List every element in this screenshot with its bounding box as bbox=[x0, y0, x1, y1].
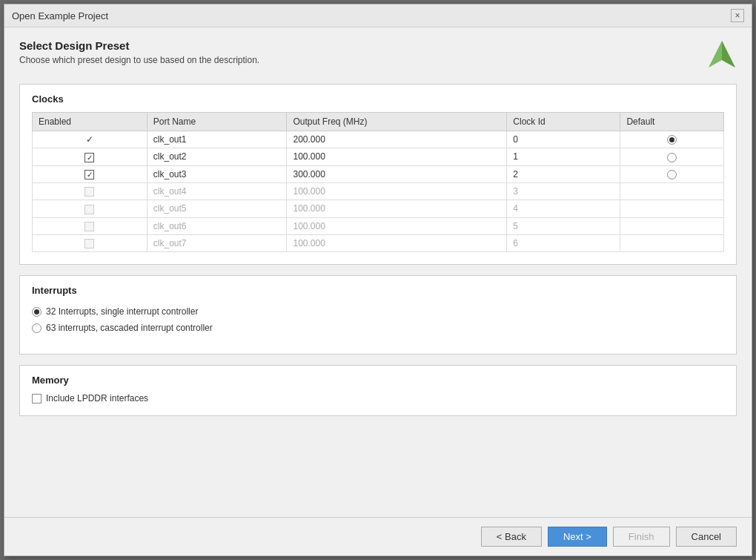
clock-id-4: 4 bbox=[507, 200, 620, 217]
logo-icon bbox=[707, 39, 737, 69]
interrupts-options: 32 Interrupts, single interrupt controll… bbox=[32, 303, 724, 342]
clock-id-6: 6 bbox=[507, 234, 620, 251]
clock-enabled-checkbox-3 bbox=[84, 187, 94, 197]
clock-port-0: clk_out1 bbox=[147, 131, 287, 148]
clock-freq-5: 100.000 bbox=[287, 217, 507, 234]
clock-id-0: 0 bbox=[507, 131, 620, 148]
checkmark-indicator: ✓ bbox=[86, 134, 93, 145]
col-id: Clock Id bbox=[507, 113, 620, 131]
close-button[interactable]: × bbox=[731, 9, 744, 22]
col-freq: Output Freq (MHz) bbox=[287, 113, 507, 131]
finish-button[interactable]: Finish bbox=[613, 527, 670, 547]
clock-port-6: clk_out7 bbox=[147, 234, 287, 251]
clock-enabled-checkbox-6 bbox=[84, 239, 94, 248]
clock-freq-4: 100.000 bbox=[287, 200, 507, 217]
clock-port-5: clk_out6 bbox=[147, 217, 287, 234]
clock-port-3: clk_out4 bbox=[147, 182, 287, 200]
interrupt-option-0: 32 Interrupts, single interrupt controll… bbox=[32, 306, 724, 317]
next-button[interactable]: Next > bbox=[548, 527, 607, 547]
clock-id-3: 3 bbox=[507, 182, 620, 200]
memory-option: Include LPDDR interfaces bbox=[32, 393, 724, 403]
clocks-title: Clocks bbox=[32, 93, 724, 105]
clock-enabled-checkbox-4 bbox=[84, 205, 94, 214]
clock-enabled-checkbox-5 bbox=[84, 222, 94, 231]
interrupt-radio-1[interactable] bbox=[32, 323, 42, 333]
clock-freq-3: 100.000 bbox=[287, 182, 507, 200]
clock-port-4: clk_out5 bbox=[147, 200, 287, 217]
page-subtitle: Choose which preset design to use based … bbox=[19, 55, 259, 65]
dialog-title: Open Example Project bbox=[12, 10, 108, 22]
dialog: Open Example Project × Select Design Pre… bbox=[4, 4, 752, 556]
clock-default-radio-1[interactable] bbox=[667, 153, 677, 162]
header-area: Select Design Preset Choose which preset… bbox=[4, 27, 752, 76]
clock-default-radio-2[interactable] bbox=[667, 170, 677, 179]
interrupts-title: Interrupts bbox=[32, 285, 724, 296]
col-port: Port Name bbox=[147, 113, 287, 131]
clock-freq-6: 100.000 bbox=[287, 234, 507, 251]
clock-enabled-checkbox-1[interactable] bbox=[84, 153, 94, 162]
back-button[interactable]: < Back bbox=[481, 527, 542, 547]
clock-id-2: 2 bbox=[507, 165, 620, 182]
svg-marker-1 bbox=[722, 41, 735, 67]
interrupt-radio-0[interactable] bbox=[32, 307, 42, 317]
interrupt-option-1: 63 interrupts, cascaded interrupt contro… bbox=[32, 323, 724, 333]
footer: < Back Next > Finish Cancel bbox=[4, 517, 752, 556]
clocks-section: Clocks Enabled Port Name Output Freq (MH… bbox=[19, 84, 737, 265]
clock-id-5: 5 bbox=[507, 217, 620, 234]
memory-section: Memory Include LPDDR interfaces bbox=[19, 365, 737, 416]
clock-port-1: clk_out2 bbox=[147, 148, 287, 165]
header-text: Select Design Preset Choose which preset… bbox=[19, 39, 259, 65]
interrupt-label-1: 63 interrupts, cascaded interrupt contro… bbox=[46, 323, 213, 333]
clock-freq-1: 100.000 bbox=[287, 148, 507, 165]
col-default: Default bbox=[620, 113, 724, 131]
col-enabled: Enabled bbox=[33, 113, 147, 131]
clock-port-2: clk_out3 bbox=[147, 165, 287, 182]
clock-id-1: 1 bbox=[507, 148, 620, 165]
interrupt-label-0: 32 Interrupts, single interrupt controll… bbox=[46, 306, 198, 317]
clock-enabled-checkbox-2[interactable] bbox=[84, 170, 94, 179]
lpddr-label: Include LPDDR interfaces bbox=[46, 393, 148, 403]
lpddr-checkbox[interactable] bbox=[32, 394, 42, 403]
page-title: Select Design Preset bbox=[19, 39, 259, 52]
interrupts-section: Interrupts 32 Interrupts, single interru… bbox=[19, 275, 737, 355]
content-area: Clocks Enabled Port Name Output Freq (MH… bbox=[4, 76, 752, 517]
cancel-button[interactable]: Cancel bbox=[676, 527, 737, 547]
title-bar: Open Example Project × bbox=[4, 4, 752, 27]
clock-freq-2: 300.000 bbox=[287, 165, 507, 182]
clocks-table: Enabled Port Name Output Freq (MHz) Cloc… bbox=[32, 112, 724, 252]
memory-title: Memory bbox=[32, 375, 724, 386]
clock-freq-0: 200.000 bbox=[287, 131, 507, 148]
clock-default-radio-0[interactable] bbox=[667, 135, 677, 145]
